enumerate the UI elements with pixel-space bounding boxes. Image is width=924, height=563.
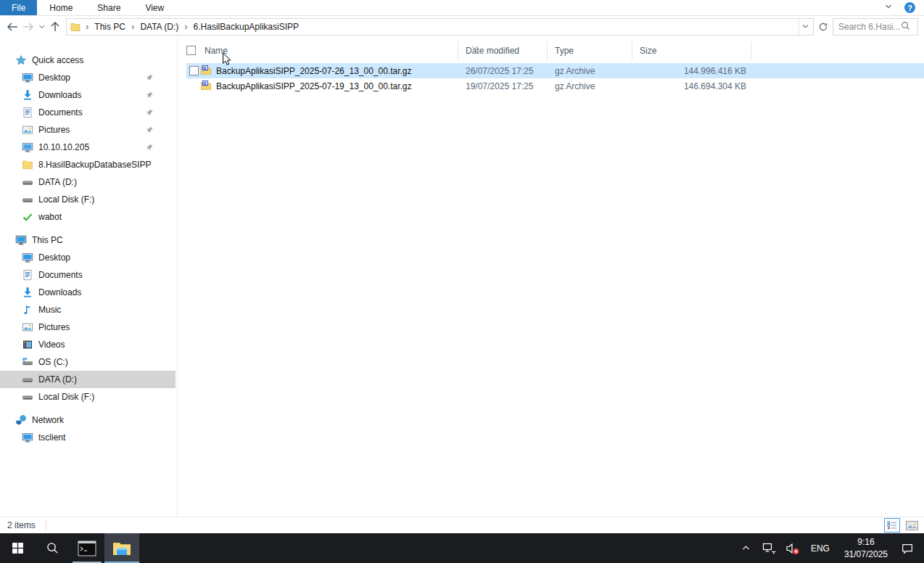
forward-button[interactable] <box>20 19 36 35</box>
download-arrow-icon <box>22 287 33 298</box>
sidebar-section-network[interactable]: Network <box>0 411 177 429</box>
language-indicator[interactable]: ENG <box>807 543 834 554</box>
ribbon-right-controls: ? <box>884 0 924 15</box>
table-row[interactable]: BackupAplikasiSIPP_2025-07-26_13_00_00.t… <box>186 63 924 78</box>
breadcrumb-item[interactable]: DATA (D:) <box>137 19 181 35</box>
sidebar-item-8-hasilbackupdatabasesipp[interactable]: 8.HasilBackupDatabaseSIPP <box>0 156 177 173</box>
command-prompt-icon <box>78 541 96 556</box>
drive-icon <box>22 391 33 403</box>
sidebar-section-this-pc[interactable]: This PC <box>0 231 177 249</box>
clock[interactable]: 9:16 31/07/2025 <box>838 536 894 559</box>
select-all-checkbox[interactable] <box>186 46 196 55</box>
help-icon[interactable]: ? <box>904 2 915 13</box>
sidebar-item-documents[interactable]: Documents <box>0 104 177 121</box>
search-input[interactable] <box>838 22 901 32</box>
address-bar[interactable]: ›This PC›DATA (D:)›6.HasilBackupAplikasi… <box>66 18 814 36</box>
tab-home[interactable]: Home <box>37 0 85 15</box>
monitor-icon <box>22 72 33 83</box>
sidebar-item-pictures[interactable]: Pictures <box>0 121 177 139</box>
file-type-cell: gz Archive <box>548 78 632 94</box>
sidebar-item-data-d-[interactable]: DATA (D:) <box>0 371 176 388</box>
column-header-name[interactable]: Name <box>186 41 458 60</box>
sidebar-item-data-d-[interactable]: DATA (D:) <box>0 173 177 191</box>
row-checkbox[interactable] <box>189 66 199 75</box>
recent-locations-chevron-icon[interactable] <box>36 19 47 35</box>
film-icon <box>22 339 33 350</box>
navigation-pane: Quick accessDesktopDownloadsDocumentsPic… <box>0 37 178 517</box>
refresh-button[interactable] <box>814 18 833 36</box>
sidebar-item-label: 10.10.10.205 <box>38 142 89 152</box>
sidebar-item-desktop[interactable]: Desktop <box>0 249 177 266</box>
sidebar-item-os-c-[interactable]: OS (C:) <box>0 353 177 371</box>
taskbar: ENG 9:16 31/07/2025 <box>0 533 924 563</box>
table-row[interactable]: BackupAplikasiSIPP_2025-07-19_13_00_00.t… <box>186 78 924 94</box>
sidebar-item-label: tsclient <box>38 432 65 443</box>
action-center-icon[interactable] <box>898 533 917 563</box>
taskbar-search-button[interactable] <box>35 533 70 563</box>
system-tray: ENG 9:16 31/07/2025 <box>737 533 924 563</box>
sidebar-item-tsclient[interactable]: tsclient <box>0 429 177 446</box>
drive-icon <box>22 176 33 188</box>
sidebar-item-pictures[interactable]: Pictures <box>0 319 177 336</box>
tab-view[interactable]: View <box>133 0 176 15</box>
up-button[interactable] <box>47 19 63 35</box>
file-size-cell: 144.996.416 KB <box>632 63 751 78</box>
pin-icon <box>145 126 154 134</box>
sidebar-item-desktop[interactable]: Desktop <box>0 69 177 86</box>
volume-muted-icon[interactable] <box>783 533 802 563</box>
back-button[interactable] <box>4 19 20 35</box>
picture-icon <box>22 321 33 333</box>
sidebar-item-label: OS (C:) <box>38 357 68 367</box>
taskbar-search-icon <box>46 541 59 555</box>
search-icon[interactable] <box>901 21 910 33</box>
file-date-cell: 26/07/2025 17:25 <box>458 63 548 78</box>
windows-logo-icon <box>12 542 24 554</box>
network-computer-icon <box>22 141 33 153</box>
taskbar-file-explorer-button[interactable] <box>104 533 139 563</box>
sidebar-item-10-10-10-205[interactable]: 10.10.10.205 <box>0 139 177 156</box>
sidebar-item-downloads[interactable]: Downloads <box>0 284 177 301</box>
breadcrumb-item[interactable]: This PC <box>91 19 128 35</box>
start-button[interactable] <box>0 533 35 563</box>
ribbon-expand-chevron-icon[interactable] <box>884 2 893 13</box>
column-header-type[interactable]: Type <box>548 41 632 60</box>
sidebar-item-label: Desktop <box>38 252 70 263</box>
view-toggles <box>884 518 920 533</box>
sidebar-item-wabot[interactable]: wabot <box>0 208 177 226</box>
file-rows: BackupAplikasiSIPP_2025-07-26_13_00_00.t… <box>178 63 924 94</box>
sidebar-section-gap <box>0 226 177 231</box>
column-header-size[interactable]: Size <box>632 41 751 60</box>
network-tray-icon[interactable] <box>760 533 779 563</box>
sidebar-section-label: Network <box>32 415 64 425</box>
sidebar-item-local-disk-f-[interactable]: Local Disk (F:) <box>0 191 177 208</box>
explorer-content: Quick accessDesktopDownloadsDocumentsPic… <box>0 37 924 517</box>
search-box[interactable] <box>833 18 918 36</box>
sidebar-item-label: Pictures <box>38 125 70 135</box>
tab-file[interactable]: File <box>0 0 37 15</box>
drive-icon <box>22 374 33 385</box>
taskbar-cmd-button[interactable] <box>70 533 104 563</box>
sidebar-section-label: Quick access <box>32 55 83 65</box>
hidden-icons-chevron-icon[interactable] <box>737 533 756 563</box>
sidebar-item-label: Documents <box>38 270 83 280</box>
sidebar-item-local-disk-f-[interactable]: Local Disk (F:) <box>0 388 177 406</box>
thumbnails-view-button[interactable] <box>904 518 920 533</box>
download-arrow-icon <box>22 89 33 101</box>
sidebar-item-videos[interactable]: Videos <box>0 336 177 353</box>
column-header-date-modified[interactable]: Date modified <box>458 41 548 60</box>
sidebar-item-music[interactable]: Music <box>0 301 177 319</box>
ribbon-tab-bar: File Home Share View ? <box>0 0 924 16</box>
breadcrumb-item[interactable]: 6.HasilBackupAplikasiSIPP <box>191 19 302 35</box>
pin-icon <box>145 91 154 99</box>
archive-file-icon <box>200 65 212 76</box>
status-divider <box>46 520 46 531</box>
sidebar-section-quick-access[interactable]: Quick access <box>0 52 177 69</box>
address-history-chevron-icon[interactable] <box>799 19 812 35</box>
details-view-icon <box>887 521 897 530</box>
breadcrumb: ›This PC›DATA (D:)›6.HasilBackupAplikasi… <box>83 19 302 35</box>
details-view-button[interactable] <box>884 518 900 533</box>
sidebar-item-downloads[interactable]: Downloads <box>0 86 177 104</box>
sidebar-item-documents[interactable]: Documents <box>0 266 177 284</box>
file-name-cell: BackupAplikasiSIPP_2025-07-26_13_00_00.t… <box>186 63 458 78</box>
tab-share[interactable]: Share <box>85 0 133 15</box>
